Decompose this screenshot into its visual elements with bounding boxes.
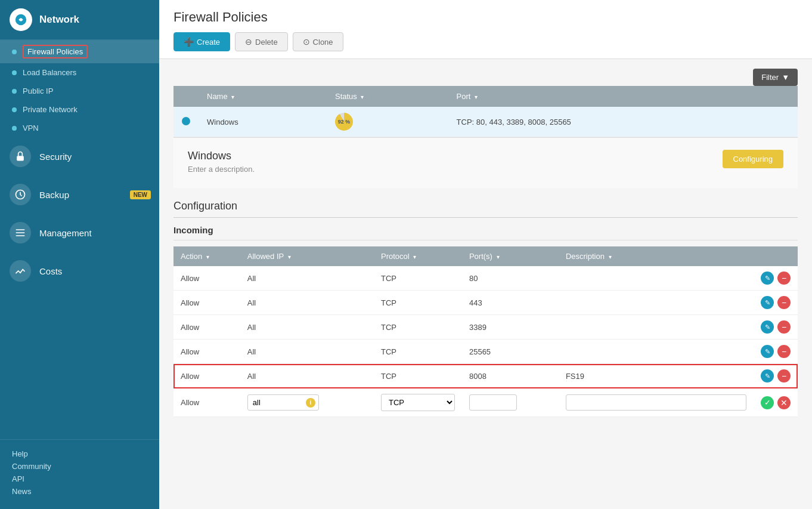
row-action: Allow bbox=[173, 340, 240, 364]
config-title: Configuration bbox=[173, 200, 798, 218]
sort-arrow: ▾ bbox=[497, 254, 500, 260]
detail-title: Windows bbox=[188, 150, 255, 162]
sidebar-item-load-balancers[interactable]: Load Balancers bbox=[0, 63, 159, 82]
col-name: Name ▾ bbox=[199, 86, 327, 107]
footer-link-help[interactable]: Help bbox=[12, 449, 147, 458]
row-protocol: TCP bbox=[374, 291, 462, 315]
row-port: 443 bbox=[462, 291, 559, 315]
edit-icon[interactable]: ✎ bbox=[761, 345, 774, 358]
sidebar-logo bbox=[10, 8, 32, 31]
config-table: Action ▾ Allowed IP ▾ Protocol ▾ Port(s)… bbox=[173, 246, 798, 417]
svg-rect-3 bbox=[16, 229, 25, 230]
sidebar-item-label: Firewall Policies bbox=[23, 45, 88, 58]
config-section: Configuration Incoming Action ▾ Allowed … bbox=[173, 188, 798, 429]
row-action: Allow bbox=[173, 266, 240, 291]
sort-arrow: ▾ bbox=[609, 254, 612, 260]
sort-arrow: ▾ bbox=[206, 254, 209, 260]
sidebar-section-label: Security bbox=[39, 152, 72, 162]
config-row[interactable]: Allow All TCP 80 ✎ − bbox=[173, 266, 798, 291]
row-icons: ✎ − bbox=[754, 364, 798, 388]
sort-arrow-port: ▾ bbox=[475, 94, 478, 100]
row-name-cell: Windows bbox=[199, 107, 327, 137]
row-port-cell: TCP: 80, 443, 3389, 8008, 25565 bbox=[448, 107, 798, 137]
footer-link-api[interactable]: API bbox=[12, 474, 147, 483]
create-button[interactable]: ➕ Create bbox=[173, 32, 230, 51]
row-allowed-ip: All bbox=[240, 266, 374, 291]
remove-icon[interactable]: − bbox=[777, 369, 791, 382]
description-input[interactable] bbox=[566, 394, 746, 411]
col-status: Status ▾ bbox=[327, 86, 448, 107]
add-port-cell bbox=[462, 388, 559, 417]
sidebar-section-label: Costs bbox=[39, 266, 62, 276]
sidebar-section-security[interactable]: Security bbox=[0, 137, 159, 175]
sort-arrow-name: ▾ bbox=[231, 94, 234, 100]
remove-icon[interactable]: − bbox=[777, 296, 791, 309]
footer-link-community[interactable]: Community bbox=[12, 462, 147, 471]
row-allowed-ip: All bbox=[240, 315, 374, 340]
row-allowed-ip: All bbox=[240, 291, 374, 315]
table-row[interactable]: Windows 92 % TCP: 80, 443, 3389, 8008, 2… bbox=[173, 107, 798, 137]
sidebar-item-private-network[interactable]: Private Network bbox=[0, 100, 159, 119]
sidebar-section-management[interactable]: Management bbox=[0, 214, 159, 252]
footer-link-news[interactable]: News bbox=[12, 487, 147, 496]
remove-icon[interactable]: − bbox=[777, 272, 791, 285]
toolbar: ➕ Create ⊖ Delete ⊙ Clone bbox=[173, 32, 798, 51]
clock-icon bbox=[10, 184, 31, 205]
lock-icon bbox=[10, 146, 31, 167]
row-protocol: TCP bbox=[374, 364, 462, 388]
row-icons: ✎ − bbox=[754, 340, 798, 364]
remove-icon[interactable]: − bbox=[777, 345, 791, 358]
protocol-select[interactable]: TCP UDP ICMP bbox=[381, 394, 455, 411]
sidebar-title: Network bbox=[39, 14, 79, 26]
filter-button[interactable]: Filter ▼ bbox=[753, 69, 798, 86]
nav-dot bbox=[12, 70, 17, 75]
filter-bar: Filter ▼ bbox=[173, 69, 798, 86]
row-icons: ✎ − bbox=[754, 291, 798, 315]
sidebar-section-costs[interactable]: Costs bbox=[0, 252, 159, 290]
cancel-icon[interactable]: ✕ bbox=[777, 396, 791, 409]
info-icon: i bbox=[306, 398, 315, 408]
sidebar-footer: Help Community API News bbox=[0, 439, 159, 509]
svg-rect-4 bbox=[16, 232, 25, 233]
col-port: Port ▾ bbox=[448, 86, 798, 107]
edit-icon[interactable]: ✎ bbox=[761, 369, 774, 382]
policies-table-section: Filter ▼ Name ▾ Status ▾ Port bbox=[173, 69, 798, 137]
config-row-highlighted[interactable]: Allow All TCP 8008 FS19 ✎ − bbox=[173, 364, 798, 388]
sidebar-header: Network bbox=[0, 0, 159, 40]
delete-button[interactable]: ⊖ Delete bbox=[235, 32, 288, 51]
detail-info: Windows Enter a description. bbox=[188, 150, 255, 174]
sidebar-item-firewall-policies[interactable]: Firewall Policies bbox=[0, 40, 159, 63]
nav-dot bbox=[12, 89, 17, 94]
sidebar-item-vpn[interactable]: VPN bbox=[0, 119, 159, 137]
clone-button[interactable]: ⊙ Clone bbox=[293, 32, 343, 51]
row-desc bbox=[559, 340, 754, 364]
col-action: Action ▾ bbox=[173, 246, 240, 266]
config-row[interactable]: Allow All TCP 443 ✎ − bbox=[173, 291, 798, 315]
row-desc bbox=[559, 266, 754, 291]
chart-icon bbox=[10, 260, 31, 282]
row-allowed-ip: All bbox=[240, 340, 374, 364]
col-allowed-ip: Allowed IP ▾ bbox=[240, 246, 374, 266]
row-protocol: TCP bbox=[374, 266, 462, 291]
table-header-row: Name ▾ Status ▾ Port ▾ bbox=[173, 86, 798, 107]
sidebar-item-label: Public IP bbox=[23, 87, 53, 95]
nav-dot bbox=[12, 50, 17, 54]
edit-icon[interactable]: ✎ bbox=[761, 296, 774, 309]
sidebar-section-backup[interactable]: Backup NEW bbox=[0, 175, 159, 214]
main-content: Firewall Policies ➕ Create ⊖ Delete ⊙ Cl… bbox=[159, 0, 812, 509]
edit-icon[interactable]: ✎ bbox=[761, 320, 774, 334]
col-description: Description ▾ bbox=[559, 246, 754, 266]
status-progress: 92 % bbox=[335, 113, 353, 131]
remove-icon[interactable]: − bbox=[777, 320, 791, 334]
config-row[interactable]: Allow All TCP 25565 ✎ − bbox=[173, 340, 798, 364]
row-protocol: TCP bbox=[374, 315, 462, 340]
new-badge: NEW bbox=[130, 190, 151, 199]
row-desc bbox=[559, 315, 754, 340]
sidebar-item-public-ip[interactable]: Public IP bbox=[0, 82, 159, 100]
configuring-button[interactable]: Configuring bbox=[723, 150, 784, 168]
confirm-icon[interactable]: ✓ bbox=[761, 396, 774, 409]
sort-arrow-status: ▾ bbox=[361, 94, 364, 100]
edit-icon[interactable]: ✎ bbox=[761, 272, 774, 285]
port-input[interactable] bbox=[469, 394, 517, 411]
config-row[interactable]: Allow All TCP 3389 ✎ − bbox=[173, 315, 798, 340]
